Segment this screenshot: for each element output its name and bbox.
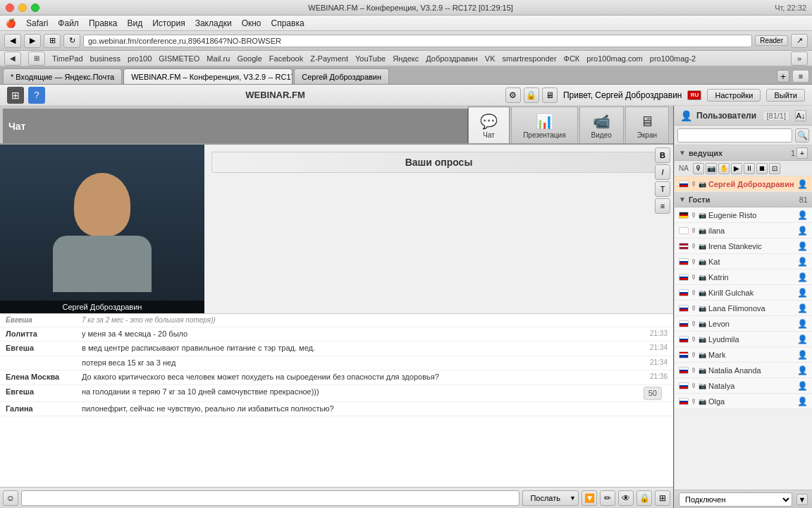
user-row-12[interactable]: 🎙 📷 Olga 👤 <box>675 394 812 409</box>
menu-view[interactable]: Вид <box>127 18 142 28</box>
user-action-10[interactable]: 👤 <box>796 365 808 376</box>
filter-icon[interactable]: 🔽 <box>582 490 597 506</box>
user-action-8[interactable]: 👤 <box>796 334 808 345</box>
bookmark-youtube[interactable]: YouTube <box>355 54 386 63</box>
bookmark-pro100mag[interactable]: pro100mag.com <box>586 54 643 63</box>
back-button[interactable]: ◀ <box>4 34 21 48</box>
new-tab-button[interactable]: + <box>777 70 789 83</box>
hc-cam-icon[interactable]: 📷 <box>706 163 717 174</box>
user-row-4[interactable]: 🎙 📷 Katrin 👤 <box>675 270 812 285</box>
user-action-7[interactable]: 👤 <box>796 318 808 329</box>
address-bar[interactable]: go.webinar.fm/conference,ru,89641864?NO-… <box>83 35 752 47</box>
menu-edit[interactable]: Правка <box>89 18 118 28</box>
user-row-0[interactable]: 🎙 📷 Eugenie Risto 👤 <box>675 207 812 223</box>
bookmark-smartresponder[interactable]: smartresponder <box>503 54 557 63</box>
emoji-button[interactable]: ☺ <box>3 490 18 506</box>
reader-button[interactable]: Reader <box>755 35 788 46</box>
tab-list-button[interactable]: ≡ <box>792 70 809 83</box>
tab-webinar[interactable]: WEBINAR.FM – Конференция, V3.2.9 -- RC17… <box>123 68 293 84</box>
users-sort-button[interactable]: A↓ <box>795 110 806 121</box>
gear-icon[interactable]: ⚙ <box>505 87 521 103</box>
minimize-button[interactable] <box>18 4 27 12</box>
bookmark-fsk[interactable]: ФСК <box>564 54 580 63</box>
menu-safari[interactable]: Safari <box>26 18 48 28</box>
refresh-button[interactable]: ↻ <box>63 34 80 48</box>
users-search-button[interactable]: 🔍 <box>795 128 809 143</box>
italic-button[interactable]: I <box>655 164 670 180</box>
bookmark-pro100mag2[interactable]: pro100mag-2 <box>650 54 696 63</box>
bookmark-pro100[interactable]: pro100 <box>128 54 152 63</box>
bookmarks-more[interactable]: » <box>791 52 808 66</box>
logout-button[interactable]: Выйти <box>766 89 805 102</box>
menu-apple[interactable]: 🍎 <box>6 18 16 28</box>
tab-chat[interactable]: 💬 Чат <box>468 107 510 143</box>
user-row-11[interactable]: 🎙 📷 Natalya 👤 <box>675 378 812 394</box>
tab-video[interactable]: 📹 Видео <box>579 107 624 143</box>
maximize-button[interactable] <box>31 4 39 12</box>
conn-dropdown-button[interactable]: ▼ <box>796 494 808 505</box>
chat-input[interactable] <box>21 490 519 506</box>
user-action-0[interactable]: 👤 <box>796 210 808 221</box>
hosts-add-button[interactable]: + <box>796 147 808 159</box>
users-search-input[interactable] <box>677 128 792 143</box>
screen-icon[interactable]: 🖥 <box>542 87 558 103</box>
connection-select[interactable]: Подключен <box>679 492 792 507</box>
tab-inbox[interactable]: * Входящие — Яндекс.Почта <box>3 68 122 84</box>
forward-button[interactable]: ▶ <box>24 34 41 48</box>
user-row-2[interactable]: 🎙 📷 Irena Stankevic 👤 <box>675 238 812 254</box>
help-button[interactable]: ? <box>28 87 45 104</box>
hc-btn4[interactable]: ⏹ <box>756 163 768 174</box>
tab-view-button[interactable]: ⊞ <box>44 34 61 48</box>
bookmarks-grid[interactable]: ⊞ <box>28 52 45 66</box>
user-action-12[interactable]: 👤 <box>796 396 808 407</box>
host-action-icon[interactable]: 👤 <box>796 179 808 190</box>
user-row-6[interactable]: 🎙 📷 Lana Filimonova 👤 <box>675 301 812 316</box>
bookmark-facebook[interactable]: Facebook <box>269 54 303 63</box>
menu-window[interactable]: Окно <box>242 18 262 28</box>
lock-icon[interactable]: 🔒 <box>524 87 539 103</box>
hc-btn1[interactable]: ✋ <box>718 163 730 174</box>
menu-bookmarks[interactable]: Закладки <box>195 18 232 28</box>
hc-btn2[interactable]: ▶ <box>731 163 742 174</box>
user-action-4[interactable]: 👤 <box>796 272 808 283</box>
hosts-section-header[interactable]: ▼ ведущих 1 + <box>675 145 812 161</box>
hc-btn3[interactable]: ⏸ <box>744 163 755 174</box>
bookmark-mailru[interactable]: Mail.ru <box>207 54 230 63</box>
user-row-host[interactable]: 🎙 📷 Сергей Доброздравин 👤 <box>675 176 812 192</box>
bookmarks-back[interactable]: ◀ <box>4 52 21 66</box>
user-action-3[interactable]: 👤 <box>796 256 808 267</box>
user-action-1[interactable]: 👤 <box>796 225 808 236</box>
user-action-11[interactable]: 👤 <box>796 380 808 392</box>
tab-user[interactable]: Сергей Доброздравин <box>294 68 389 84</box>
user-row-10[interactable]: 🎙 📷 Natalia Ananda 👤 <box>675 363 812 378</box>
tab-presentation[interactable]: 📊 Презентация <box>511 107 577 143</box>
user-row-1[interactable]: 🎙 📷 ilana 👤 <box>675 223 812 238</box>
user-row-7[interactable]: 🎙 📷 Levon 👤 <box>675 316 812 332</box>
tab-screen[interactable]: 🖥 Экран <box>625 107 669 143</box>
bookmark-vk[interactable]: VK <box>485 54 496 63</box>
share-toolbar-button[interactable]: ↗ <box>791 34 808 48</box>
user-row-9[interactable]: 🎙 📷 Mark 👤 <box>675 347 812 363</box>
menu-file[interactable]: Файл <box>58 18 79 28</box>
format-button[interactable]: ≡ <box>655 198 670 214</box>
user-row-8[interactable]: 🎙 📷 Lyudmila 👤 <box>675 332 812 347</box>
lock2-icon[interactable]: 🔒 <box>636 490 652 506</box>
send-button[interactable]: Послать <box>522 490 567 506</box>
bookmark-yandex[interactable]: Яндекс <box>393 54 419 63</box>
user-row-5[interactable]: 🎙 📷 Kirill Gulchak 👤 <box>675 285 812 301</box>
bookmark-google[interactable]: Google <box>237 54 262 63</box>
pencil-icon[interactable]: ✏ <box>600 490 615 506</box>
user-row-3[interactable]: 🎙 📷 Kat 👤 <box>675 254 812 270</box>
close-button[interactable] <box>6 4 14 12</box>
bookmark-timepad[interactable]: TimePad <box>52 54 83 63</box>
bookmark-business[interactable]: business <box>90 54 121 63</box>
user-action-2[interactable]: 👤 <box>796 241 808 252</box>
eye-icon[interactable]: 👁 <box>618 490 634 506</box>
traffic-lights[interactable] <box>6 4 39 12</box>
hc-btn5[interactable]: ⊡ <box>769 163 780 174</box>
text-button[interactable]: T <box>655 181 670 197</box>
user-action-5[interactable]: 👤 <box>796 287 808 298</box>
menu-help[interactable]: Справка <box>271 18 304 28</box>
bookmark-zpayment[interactable]: Z-Payment <box>310 54 348 63</box>
grid-view-button[interactable]: ⊞ <box>7 87 24 104</box>
